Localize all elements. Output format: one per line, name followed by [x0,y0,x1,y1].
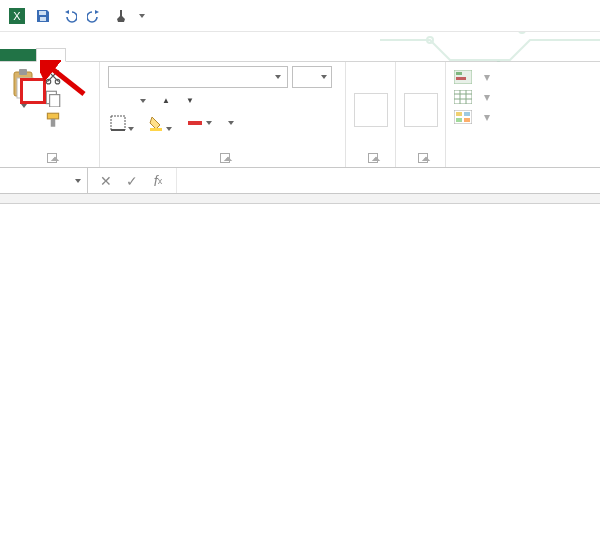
font-name-combo[interactable] [108,66,288,88]
ribbon-tabs [0,32,600,62]
font-size-combo[interactable] [292,66,332,88]
format-as-table-button[interactable]: ▾ [454,90,592,104]
touch-mode-icon[interactable] [110,5,132,27]
svg-rect-22 [456,72,462,75]
ribbon: ▲ ▼ ▾ ▾ ▾ [0,62,600,168]
group-styles: ▾ ▾ ▾ [446,62,600,167]
tab-file[interactable] [0,49,36,61]
alignment-button[interactable] [354,93,388,127]
svg-rect-20 [188,121,202,125]
conditional-formatting-button[interactable]: ▾ [454,70,592,84]
svg-text:X: X [13,10,21,22]
underline-button[interactable] [138,99,146,103]
svg-rect-24 [454,90,472,104]
undo-icon[interactable] [58,5,80,27]
font-dialog-launcher-icon[interactable] [220,153,230,163]
insert-function-icon[interactable]: fx [148,171,168,191]
tab-insert[interactable] [66,49,94,61]
svg-rect-19 [150,128,162,131]
shrink-font-button[interactable]: ▼ [184,96,194,105]
cancel-formula-icon[interactable]: ✕ [96,171,116,191]
formula-input[interactable] [177,168,600,193]
copy-icon[interactable] [44,90,62,106]
cut-icon[interactable] [44,68,62,84]
ruler-spacer [0,194,600,204]
border-button[interactable] [110,115,134,131]
svg-rect-31 [464,112,470,116]
tab-data[interactable] [150,49,178,61]
enter-formula-icon[interactable]: ✓ [122,171,142,191]
excel-app-icon[interactable]: X [6,5,28,27]
group-alignment [346,62,396,167]
phonetic-button[interactable] [226,121,234,125]
formula-bar: ✕ ✓ fx [0,168,600,194]
cell-styles-button[interactable]: ▾ [454,110,592,124]
svg-rect-33 [464,118,470,122]
tab-formulas[interactable] [122,49,150,61]
svg-rect-9 [19,69,27,75]
number-format-button[interactable] [404,93,438,127]
quick-access-toolbar: X [0,5,148,27]
alignment-dialog-launcher-icon[interactable] [368,153,378,163]
name-box[interactable] [0,168,88,193]
format-painter-icon[interactable] [44,112,62,128]
group-number [396,62,446,167]
svg-rect-7 [40,17,46,21]
save-icon[interactable] [32,5,54,27]
fill-color-button[interactable] [148,115,172,131]
svg-rect-30 [456,112,462,116]
clipboard-dialog-launcher-icon[interactable] [47,153,57,163]
number-dialog-launcher-icon[interactable] [418,153,428,163]
grow-font-button[interactable]: ▲ [160,96,170,105]
tab-page-layout[interactable] [94,49,122,61]
svg-rect-15 [47,113,58,119]
group-font: ▲ ▼ [100,62,346,167]
svg-rect-6 [39,11,46,15]
svg-rect-23 [456,77,466,80]
svg-rect-17 [111,116,125,130]
svg-rect-32 [456,118,462,122]
tab-home[interactable] [36,48,66,62]
font-color-button[interactable] [186,121,212,125]
group-clipboard [0,62,100,167]
title-bar: X [0,0,600,32]
tab-view[interactable] [206,49,234,61]
annotation-callout [20,78,46,104]
svg-rect-14 [50,95,60,107]
svg-rect-16 [51,119,56,127]
tab-review[interactable] [178,49,206,61]
redo-icon[interactable] [84,5,106,27]
qat-customize-icon[interactable] [136,5,148,27]
